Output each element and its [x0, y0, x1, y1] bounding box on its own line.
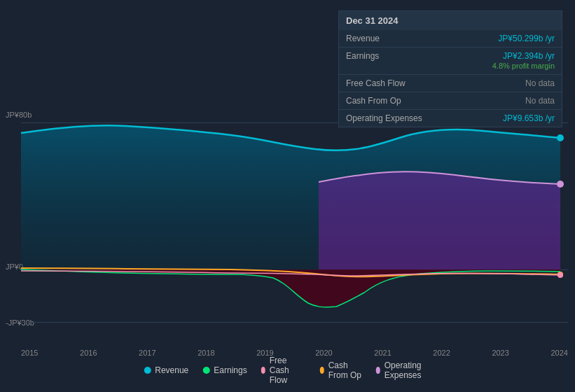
earnings-row: Earnings JP¥2.394b /yr 4.8% profit margi… — [339, 48, 562, 75]
revenue-value: JP¥50.299b /yr — [498, 34, 555, 43]
fcf-legend-label: Free Cash Flow — [270, 356, 306, 385]
cashfromop-label: Cash From Op — [346, 96, 430, 106]
revenue-row: Revenue JP¥50.299b /yr — [339, 30, 562, 48]
svg-point-1 — [557, 181, 564, 188]
fcf-label: Free Cash Flow — [346, 78, 430, 88]
legend: Revenue Earnings Free Cash Flow Cash Fro… — [144, 356, 431, 385]
fcf-dot — [261, 367, 265, 374]
earnings-dot — [202, 367, 209, 374]
legend-opex[interactable]: Operating Expenses — [376, 360, 431, 380]
earnings-value: JP¥2.394b /yr — [503, 51, 555, 61]
opex-row: Operating Expenses JP¥9.653b /yr — [339, 110, 562, 127]
x-label-2024: 2024 — [550, 349, 567, 357]
earnings-label: Earnings — [346, 51, 430, 61]
opex-label: Operating Expenses — [346, 113, 430, 123]
profit-margin: 4.8% profit margin — [492, 62, 555, 70]
revenue-dot — [144, 367, 151, 374]
fcf-value: No data — [525, 78, 555, 88]
earnings-legend-label: Earnings — [214, 365, 247, 375]
svg-point-3 — [557, 272, 563, 278]
legend-fcf[interactable]: Free Cash Flow — [261, 356, 306, 385]
x-label-2015: 2015 — [21, 349, 38, 357]
chart-container: Dec 31 2024 Revenue JP¥50.299b /yr Earni… — [0, 0, 575, 392]
opex-dot — [376, 367, 380, 374]
chart-svg — [0, 108, 575, 332]
opex-legend-label: Operating Expenses — [385, 360, 431, 380]
legend-earnings[interactable]: Earnings — [202, 365, 247, 375]
opex-value: JP¥9.653b /yr — [503, 113, 555, 123]
cashfromop-row: Cash From Op No data — [339, 92, 562, 110]
cashfromop-legend-label: Cash From Op — [328, 360, 362, 380]
info-box-header: Dec 31 2024 — [339, 11, 562, 30]
svg-point-0 — [557, 134, 564, 141]
cashfromop-value: No data — [525, 96, 555, 106]
x-label-2022: 2022 — [433, 349, 450, 357]
x-label-2016: 2016 — [80, 349, 97, 357]
revenue-legend-label: Revenue — [155, 365, 188, 375]
fcf-row: Free Cash Flow No data — [339, 75, 562, 92]
legend-revenue[interactable]: Revenue — [144, 365, 188, 375]
info-box: Dec 31 2024 Revenue JP¥50.299b /yr Earni… — [338, 10, 562, 127]
revenue-label: Revenue — [346, 34, 430, 43]
x-label-2023: 2023 — [492, 349, 508, 357]
legend-cashfromop[interactable]: Cash From Op — [320, 360, 362, 380]
cashfromop-dot — [320, 367, 324, 374]
